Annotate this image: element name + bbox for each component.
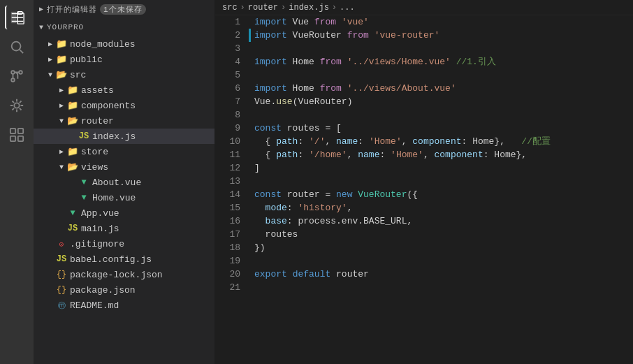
svg-point-1 (12, 42, 21, 51)
tree-item-package-lock[interactable]: {} package-lock.json (34, 267, 214, 282)
folder-open-icon: 📂 (56, 69, 67, 80)
tree-item-components[interactable]: ▶ 📁 components (34, 98, 214, 113)
unsaved-count: 1个未保存 (100, 4, 146, 15)
chevron-right-icon: ▶ (39, 5, 44, 13)
chevron-right-icon: ▶ (56, 100, 67, 111)
line-number: 11 (215, 148, 240, 161)
tree-item-app-vue[interactable]: ▼ App.vue (34, 205, 214, 221)
code-line (254, 42, 633, 55)
tree-item-views[interactable]: ▼ 📂 views (34, 159, 214, 175)
vue-file-icon: ▼ (67, 208, 78, 219)
project-header[interactable]: ▼ YOURPRO (34, 18, 214, 36)
tree-item-gitignore[interactable]: ⊙ .gitignore (34, 236, 214, 252)
breadcrumb-sep: › (240, 3, 245, 13)
tree-item-store[interactable]: ▶ 📁 store (34, 144, 214, 159)
line-number: 17 (215, 228, 240, 241)
folder-open-icon: 📂 (67, 161, 78, 173)
open-editors-label: 打开的编辑器 (47, 4, 97, 15)
folder-icon: 📁 (56, 54, 67, 65)
breadcrumb-dots: ... (340, 3, 355, 13)
chevron-down-icon: ▼ (56, 161, 67, 173)
tree-item-main-js[interactable]: JS main.js (34, 221, 214, 236)
line-number: 13 (215, 175, 240, 188)
md-file-icon: ⓜ (56, 300, 67, 311)
code-line: }) (254, 241, 633, 254)
search-icon[interactable] (5, 35, 29, 59)
breadcrumb-router[interactable]: router (248, 3, 278, 13)
code-line (254, 108, 633, 122)
svg-rect-8 (18, 129, 23, 133)
svg-line-2 (20, 50, 23, 53)
code-line: const router = new VueRouter({ (254, 188, 633, 201)
spacer (56, 208, 67, 219)
tree-item-src[interactable]: ▼ 📂 src (34, 67, 214, 82)
tree-item-readme[interactable]: ⓜ README.md (34, 298, 214, 313)
js-file-icon: JS (78, 131, 89, 142)
code-line: { path: '/home', name: 'Home', component… (254, 148, 633, 161)
line-number: 9 (215, 122, 240, 135)
tree-item-home-vue[interactable]: ▼ Home.vue (34, 190, 214, 205)
project-name: YOURPRO (47, 23, 84, 31)
code-line: base: process.env.BASE_URL, (254, 214, 633, 228)
chevron-right-icon: ▶ (56, 146, 67, 157)
tree-item-router[interactable]: ▼ 📂 router (34, 113, 214, 129)
tree-item-assets[interactable]: ▶ 📁 assets (34, 82, 214, 98)
tree-item-index-js[interactable]: JS index.js (34, 129, 214, 144)
line-number: 16 (215, 214, 240, 228)
spacer (45, 269, 56, 280)
spacer (45, 284, 56, 296)
code-editor[interactable]: 123456789101112131415161718192021 import… (215, 15, 633, 364)
debug-icon[interactable] (5, 94, 29, 117)
code-line: import Home from '../views/Home.vue' //1… (254, 55, 633, 68)
tree-item-babel-config[interactable]: JS babel.config.js (34, 252, 214, 267)
tree-item-node-modules[interactable]: ▶ 📁 node_modules (34, 36, 214, 52)
breadcrumb-indexjs[interactable]: index.js (289, 3, 329, 13)
line-number: 14 (215, 188, 240, 201)
json-file-icon: {} (56, 269, 67, 280)
code-line: import Vue from 'vue' (254, 15, 633, 29)
code-line: ] (254, 161, 633, 175)
chevron-down-icon: ▼ (45, 69, 56, 80)
code-line (254, 68, 633, 82)
svg-point-6 (14, 103, 19, 108)
folder-open-icon: 📂 (67, 115, 78, 126)
line-number: 3 (215, 42, 240, 55)
open-editors-header[interactable]: ▶ 打开的编辑器 1个未保存 (34, 0, 214, 18)
extensions-icon[interactable] (5, 123, 29, 147)
code-line: Vue.use(VueRouter) (254, 95, 633, 108)
code-content[interactable]: import Vue from 'vue'import VueRouter fr… (249, 15, 633, 364)
line-number: 21 (215, 281, 240, 294)
chevron-down-icon: ▼ (56, 115, 67, 126)
git-file-icon: ⊙ (56, 238, 67, 249)
svg-rect-9 (10, 136, 15, 141)
spacer (45, 300, 56, 311)
tree-item-public[interactable]: ▶ 📁 public (34, 52, 214, 67)
svg-point-5 (11, 78, 15, 82)
sidebar: ▶ 打开的编辑器 1个未保存 ▼ YOURPRO ▶ 📁 node_module… (34, 0, 215, 364)
code-line: mode: 'history', (254, 201, 633, 214)
code-line (254, 175, 633, 188)
code-line: { path: '/', name: 'Home', component: Ho… (254, 135, 633, 148)
breadcrumb-sep: › (281, 3, 286, 13)
line-number: 6 (215, 82, 240, 95)
svg-point-4 (19, 71, 22, 74)
js-file-icon: JS (67, 223, 78, 234)
line-number: 2 (215, 29, 240, 42)
files-icon[interactable] (5, 6, 29, 29)
line-number: 15 (215, 201, 240, 214)
line-number: 1 (215, 15, 240, 29)
spacer (67, 192, 78, 203)
spacer (67, 131, 78, 142)
breadcrumb-src[interactable]: src (222, 3, 238, 13)
spacer (67, 177, 78, 188)
folder-icon: 📁 (56, 38, 67, 50)
tree-item-about-vue[interactable]: ▼ About.vue (34, 175, 214, 190)
line-number: 20 (215, 268, 240, 281)
folder-icon: 📁 (67, 100, 78, 111)
code-line: routes (254, 228, 633, 241)
tree-item-package-json[interactable]: {} package.json (34, 282, 214, 298)
line-numbers: 123456789101112131415161718192021 (215, 15, 249, 364)
line-number: 5 (215, 68, 240, 82)
svg-rect-0 (11, 12, 16, 24)
source-control-icon[interactable] (5, 64, 29, 88)
